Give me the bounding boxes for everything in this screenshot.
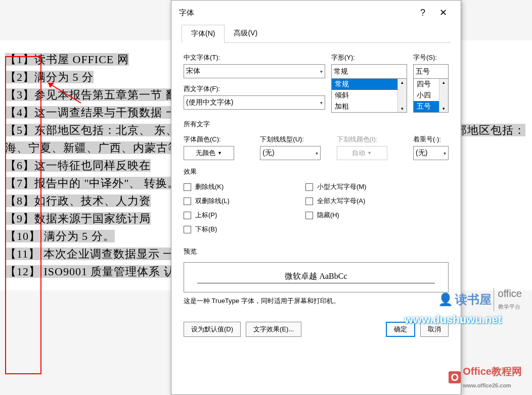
label-size: 字号(S): xyxy=(413,53,449,62)
style-item-italic[interactable]: 倾斜 xyxy=(332,90,407,101)
size-value: 五号 xyxy=(416,67,430,76)
cn-font-value: 宋体 xyxy=(186,67,200,76)
size-listbox[interactable]: 四号 小四 五号 ▴▾ xyxy=(413,78,449,113)
font-color-dropdown[interactable]: 无颜色▼ xyxy=(184,146,234,160)
label-font-color: 字体颜色(C): xyxy=(184,135,254,144)
west-font-combo[interactable]: (使用中文字体) ▾ xyxy=(184,95,325,110)
checkbox-subscript[interactable]: 下标(B) xyxy=(184,225,230,234)
scrollbar[interactable]: ▴▾ xyxy=(397,79,407,112)
label-all-text: 所有文字 xyxy=(184,120,449,129)
label-preview: 预览 xyxy=(184,247,449,256)
style-input[interactable]: 常规 xyxy=(331,64,407,78)
label-underline-color: 下划线颜色(I): xyxy=(337,135,407,144)
style-value: 常规 xyxy=(334,67,348,76)
checkbox-hidden[interactable]: 隐藏(H) xyxy=(305,211,367,220)
checkbox-icon xyxy=(305,198,313,205)
label-effects: 效果 xyxy=(184,167,449,176)
set-default-button[interactable]: 设为默认值(D) xyxy=(184,322,241,337)
dialog-titlebar: 字体 ? ✕ xyxy=(171,1,461,25)
chevron-down-icon: ▼ xyxy=(217,151,222,156)
annotation-red-box xyxy=(5,56,41,374)
checkbox-icon xyxy=(305,212,313,219)
office-logo-icon: O xyxy=(449,371,461,383)
label-emphasis: 着重号(·): xyxy=(413,135,449,144)
checkbox-icon xyxy=(184,226,191,233)
font-dialog: 字体 ? ✕ 字体(N) 高级(V) 中文字体(T): 宋体 ▾ 西文字体(F)… xyxy=(171,0,461,395)
chevron-down-icon: ▾ xyxy=(320,100,323,106)
label-underline: 下划线线型(U): xyxy=(260,135,330,144)
checkbox-strikethrough[interactable]: 删除线(K) xyxy=(184,182,230,191)
emphasis-combo[interactable]: (无)▾ xyxy=(413,146,449,160)
checkbox-icon xyxy=(184,198,191,205)
checkbox-icon xyxy=(184,212,191,219)
label-cn-font: 中文字体(T): xyxy=(184,53,325,62)
checkbox-superscript[interactable]: 上标(P) xyxy=(184,211,230,220)
chevron-down-icon: ▾ xyxy=(316,151,318,156)
watermark-office-site: O Office教程网www.office26.com xyxy=(449,365,522,390)
checkbox-all-caps[interactable]: 全部大写字母(A) xyxy=(305,196,367,206)
person-icon: 👤 xyxy=(438,292,453,307)
close-button[interactable]: ✕ xyxy=(433,7,453,18)
annotation-arrow-icon xyxy=(43,78,83,108)
style-item-bold[interactable]: 加粗 xyxy=(332,101,407,112)
tab-advanced[interactable]: 高级(V) xyxy=(225,25,267,42)
watermark-url: www.dushuwu.net xyxy=(405,313,502,326)
checkbox-icon xyxy=(305,183,313,191)
chevron-down-icon: ▾ xyxy=(444,151,446,156)
tab-font[interactable]: 字体(N) xyxy=(182,25,225,43)
scrollbar[interactable]: ▴▾ xyxy=(439,79,448,112)
watermark-dushuwu: 👤 读书屋 office教学平台 xyxy=(438,288,522,311)
style-item-regular[interactable]: 常规 xyxy=(332,79,407,90)
style-listbox[interactable]: 常规 倾斜 加粗 ▴▾ xyxy=(331,78,407,113)
size-input[interactable]: 五号 xyxy=(413,64,449,78)
label-style: 字形(Y): xyxy=(331,53,407,62)
chevron-down-icon: ▾ xyxy=(320,69,323,74)
checkbox-small-caps[interactable]: 小型大写字母(M) xyxy=(305,182,367,191)
chevron-down-icon: ▼ xyxy=(367,151,372,156)
dialog-title: 字体 xyxy=(179,8,413,18)
checkbox-double-strikethrough[interactable]: 双删除线(L) xyxy=(184,196,230,206)
preview-box: 微软卓越 AaBbCc xyxy=(184,262,449,292)
checkbox-icon xyxy=(184,183,191,191)
cn-font-combo[interactable]: 宋体 ▾ xyxy=(184,64,325,78)
text-effects-button[interactable]: 文字效果(E)... xyxy=(246,322,301,337)
help-button[interactable]: ? xyxy=(413,8,433,18)
svg-marker-1 xyxy=(48,83,54,88)
underline-combo[interactable]: (无)▾ xyxy=(260,146,321,160)
svg-line-0 xyxy=(48,83,81,103)
west-font-value: (使用中文字体) xyxy=(186,98,233,107)
preview-note: 这是一种 TrueType 字体，同时适用于屏幕和打印机。 xyxy=(184,297,449,306)
dialog-tabs: 字体(N) 高级(V) xyxy=(182,25,451,43)
underline-color-dropdown: 自动▼ xyxy=(337,146,387,160)
label-west-font: 西文字体(F): xyxy=(184,84,325,93)
preview-text: 微软卓越 AaBbCc xyxy=(197,271,435,283)
